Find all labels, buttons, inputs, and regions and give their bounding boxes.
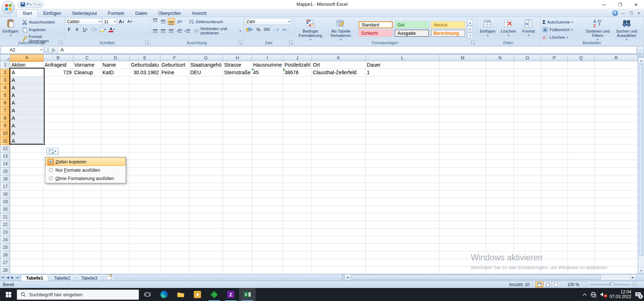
cell-C25[interactable] (73, 244, 101, 251)
shrink-font-button[interactable]: A▼ (126, 18, 134, 25)
cell-N28[interactable] (486, 267, 514, 274)
cell-Q2[interactable] (568, 69, 594, 76)
cell-E8[interactable] (130, 114, 160, 122)
row-header-12[interactable]: 12 (0, 145, 10, 152)
cell-E28[interactable] (130, 267, 160, 274)
cell-A27[interactable] (10, 259, 43, 267)
cell-K10[interactable] (311, 130, 365, 137)
cell-N6[interactable] (486, 99, 514, 107)
cell-H1[interactable]: Strasse (223, 61, 252, 69)
tab-daten[interactable]: Daten (130, 10, 152, 17)
cell-G3[interactable] (189, 76, 223, 84)
cell-K24[interactable] (311, 236, 365, 244)
cell-R10[interactable] (594, 130, 637, 137)
cell-H22[interactable] (223, 221, 252, 229)
cell-J13[interactable] (283, 152, 312, 160)
merge-center-button[interactable]: Verbinden und zentrieren▾ (193, 26, 242, 35)
gallery-more-icon[interactable]: ⊽ (467, 33, 473, 39)
start-button[interactable] (0, 288, 17, 301)
cell-C21[interactable] (73, 213, 101, 221)
cell-B25[interactable] (43, 244, 73, 251)
cell-M8[interactable] (439, 114, 486, 122)
grow-font-button[interactable]: A▲ (118, 18, 126, 25)
find-select-button[interactable]: Suchen und Auswählen▾ (611, 18, 642, 40)
row-header-16[interactable]: 16 (0, 175, 10, 183)
cell-I6[interactable] (252, 99, 283, 107)
cell-M2[interactable] (439, 69, 486, 76)
cell-J17[interactable] (283, 183, 312, 191)
cell-O16[interactable] (514, 175, 541, 183)
cell-I18[interactable] (252, 191, 283, 198)
cell-R7[interactable] (594, 107, 637, 114)
cell-G26[interactable] (189, 251, 223, 259)
clipboard-dialog-launcher-icon[interactable] (59, 41, 63, 45)
cell-E26[interactable] (130, 251, 160, 259)
name-box[interactable]: A2▾ (1, 46, 43, 54)
row-header-18[interactable]: 18 (0, 191, 10, 198)
cell-J24[interactable] (283, 236, 312, 244)
cell-A13[interactable] (10, 152, 43, 160)
cell-K5[interactable] (311, 92, 365, 99)
cell-N2[interactable] (486, 69, 514, 76)
cell-P4[interactable] (541, 84, 568, 92)
page-layout-view-button[interactable] (544, 281, 552, 288)
cell-E4[interactable] (130, 84, 160, 92)
col-header-H[interactable]: H (223, 55, 252, 61)
cell-E17[interactable] (130, 183, 160, 191)
cell-H17[interactable] (223, 183, 252, 191)
cell-O13[interactable] (514, 152, 541, 160)
cell-K6[interactable] (311, 99, 365, 107)
col-header-K[interactable]: K (311, 55, 365, 61)
cell-P11[interactable] (541, 137, 568, 145)
cell-J16[interactable] (283, 175, 312, 183)
cell-L20[interactable] (365, 206, 439, 213)
cell-O6[interactable] (514, 99, 541, 107)
cell-L8[interactable] (365, 114, 439, 122)
fill-button[interactable]: Füllbereich▾ (541, 26, 584, 33)
cell-O26[interactable] (514, 251, 541, 259)
cell-K11[interactable] (311, 137, 365, 145)
formula-bar-splitter[interactable] (43, 46, 49, 54)
cell-O14[interactable] (514, 160, 541, 168)
cell-Q27[interactable] (568, 259, 594, 267)
cell-D23[interactable] (101, 229, 130, 236)
cell-E13[interactable] (130, 152, 160, 160)
cell-B9[interactable] (43, 122, 73, 130)
cell-G18[interactable] (189, 191, 223, 198)
cell-R21[interactable] (594, 213, 637, 221)
cell-H27[interactable] (223, 259, 252, 267)
cell-R15[interactable] (594, 168, 637, 175)
tab-formeln[interactable]: Formeln (103, 10, 130, 17)
cell-L13[interactable] (365, 152, 439, 160)
cell-P13[interactable] (541, 152, 568, 160)
cell-E11[interactable] (130, 137, 160, 145)
cell-L26[interactable] (365, 251, 439, 259)
cell-K12[interactable] (311, 145, 365, 152)
restore-button[interactable]: ❐ (612, 0, 628, 9)
cell-I4[interactable] (252, 84, 283, 92)
cell-L15[interactable] (365, 168, 439, 175)
cell-Q23[interactable] (568, 229, 594, 236)
cell-M28[interactable] (439, 267, 486, 274)
zoom-in-icon[interactable]: + (632, 282, 637, 287)
row-header-26[interactable]: 26 (0, 251, 10, 259)
cell-L27[interactable] (365, 259, 439, 267)
cell-A4[interactable]: A (10, 84, 43, 92)
align-top-button[interactable] (152, 18, 159, 25)
cell-Q24[interactable] (568, 236, 594, 244)
col-header-R[interactable]: R (594, 55, 637, 61)
cell-G15[interactable] (189, 168, 223, 175)
cell-R2[interactable] (594, 69, 637, 76)
page-break-view-button[interactable] (552, 281, 560, 288)
cell-H3[interactable] (223, 76, 252, 84)
cell-I2[interactable]: 45 (252, 69, 283, 76)
cell-G28[interactable] (189, 267, 223, 274)
cell-R1[interactable] (594, 61, 637, 69)
cell-G10[interactable] (189, 130, 223, 137)
file-explorer-button[interactable] (172, 288, 189, 301)
cell-H18[interactable] (223, 191, 252, 198)
cell-N1[interactable] (486, 61, 514, 69)
cell-G4[interactable] (189, 84, 223, 92)
cell-N23[interactable] (486, 229, 514, 236)
edge-button[interactable] (156, 288, 172, 301)
